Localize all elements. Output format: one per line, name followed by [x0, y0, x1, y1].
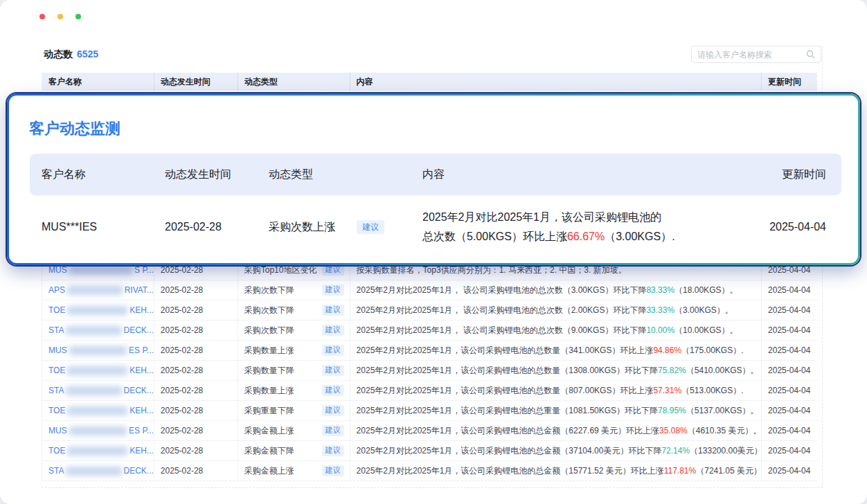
header-content: 内容: [350, 73, 762, 91]
overlay-header-content: 内容: [411, 168, 751, 182]
table-header: 客户名称 动态发生时间 动态类型 内容 更新时间: [42, 73, 817, 91]
customer-name-link[interactable]: TOEKEH...: [48, 446, 154, 456]
redacted-name-segment: [66, 326, 121, 335]
customer-name-link[interactable]: MUSES P...: [48, 345, 154, 355]
overlay-event-type: 采购次数上涨: [269, 220, 335, 235]
customer-name-link[interactable]: APSRIVAT...: [48, 285, 154, 295]
event-content: 2025年2月对比2025年1月， 该公司采购锂电池的总次数（2.00KGS）环…: [350, 300, 762, 320]
percent-value: 83.33%: [646, 285, 674, 295]
percent-value: 117.81%: [664, 466, 696, 476]
suggestion-badge: 建议: [322, 264, 344, 276]
event-date: 2025-02-28: [154, 441, 238, 460]
percent-value: 78.95%: [658, 406, 686, 415]
table-row[interactable]: MUSES P... 2025-02-28 采购数量上涨建议 2025年2月对比…: [42, 341, 817, 361]
table-row[interactable]: STADECK... 2025-02-28 采购金额上涨建议 2025年2月对比…: [42, 461, 817, 481]
table-row[interactable]: TOEKEH... 2025-02-28 采购次数下降建议 2025年2月对比2…: [42, 300, 817, 321]
customer-name-link[interactable]: STADECK...: [48, 325, 154, 335]
update-date: 2025-04-04: [762, 421, 817, 440]
event-date: 2025-02-28: [154, 280, 238, 300]
redacted-name-segment: [69, 426, 127, 435]
app-window: 动态数6525 客户名称 动态发生时间 动态类型 内容 更新时间 MUSS P.…: [0, 0, 867, 504]
search-icon[interactable]: [806, 50, 815, 59]
redacted-name-segment: [69, 346, 127, 355]
redacted-name-segment: [67, 406, 127, 415]
search-input[interactable]: [697, 50, 806, 60]
event-content: 2025年2月对比2025年1月， 该公司采购锂电池的总次数（9.00KGS）环…: [350, 321, 762, 340]
header-update-time: 更新时间: [762, 73, 817, 91]
minimize-window-button[interactable]: [57, 14, 63, 19]
header-event-time: 动态发生时间: [154, 73, 238, 91]
event-date: 2025-02-28: [154, 381, 238, 400]
table-row[interactable]: TOEKEH... 2025-02-28 采购数量下降建议 2025年2月对比2…: [42, 361, 817, 381]
event-content: 2025年2月对比2025年1月，该公司采购锂电池的总金额（15771.52 美…: [350, 461, 762, 480]
event-type: 采购数量上涨: [244, 345, 294, 357]
table-row[interactable]: MUSES P... 2025-02-28 采购金额上涨建议 2025年2月对比…: [42, 421, 817, 441]
table-row[interactable]: STADECK... 2025-02-28 采购数量上涨建议 2025年2月对比…: [42, 381, 817, 401]
customer-name-link[interactable]: TOEKEH...: [48, 366, 154, 375]
percent-value: 35.08%: [659, 426, 688, 435]
event-date: 2025-02-28: [154, 361, 238, 380]
suggestion-badge: 建议: [322, 465, 344, 476]
event-date: 2025-02-28: [154, 300, 238, 320]
event-date: 2025-02-28: [154, 321, 238, 340]
overlay-table-row[interactable]: MUS***IES 2025-02-28 采购次数上涨 建议 2025年2月对比…: [30, 195, 841, 259]
redacted-name-segment: [67, 366, 127, 375]
suggestion-badge: 建议: [322, 385, 344, 396]
overlay-suggestion-badge: 建议: [357, 220, 384, 234]
percent-value: 75.82%: [658, 366, 686, 375]
overlay-header-update-time: 更新时间: [751, 168, 841, 182]
suggestion-badge: 建议: [322, 445, 344, 456]
header-event-type: 动态类型: [238, 73, 350, 91]
suggestion-badge: 建议: [322, 425, 344, 436]
suggestion-badge: 建议: [322, 345, 344, 356]
event-content: 2025年2月对比2025年1月，该公司采购锂电池的总重量（1081.50KGS…: [350, 401, 762, 420]
update-date: 2025-04-04: [762, 321, 817, 340]
overlay-title: 客户动态监测: [29, 118, 120, 139]
dynamics-count: 动态数6525: [44, 48, 98, 61]
update-date: 2025-04-04: [762, 381, 817, 400]
customer-name-link[interactable]: TOEKEH...: [48, 406, 154, 415]
header-customer-name: 客户名称: [42, 73, 154, 91]
suggestion-badge: 建议: [322, 325, 344, 336]
percent-value: 10.00%: [646, 325, 674, 335]
overlay-table-header: 客户名称 动态发生时间 动态类型 内容 更新时间: [30, 154, 841, 195]
percent-value: 94.86%: [653, 345, 681, 355]
event-type: 采购次数下降: [244, 325, 294, 336]
table-row[interactable]: APSRIVAT... 2025-02-28 采购次数下降建议 2025年2月对…: [42, 280, 817, 300]
event-date: 2025-02-28: [154, 401, 238, 420]
update-date: 2025-04-04: [762, 441, 817, 460]
update-date: 2025-04-04: [762, 280, 817, 300]
event-type: 采购Top10地区变化: [244, 264, 317, 276]
suggestion-badge: 建议: [322, 285, 344, 296]
customer-name-link[interactable]: TOEKEH...: [48, 305, 154, 315]
close-window-button[interactable]: [39, 14, 45, 19]
overlay-update-date: 2025-04-04: [751, 221, 841, 233]
update-date: 2025-04-04: [762, 461, 817, 480]
event-date: 2025-02-28: [154, 421, 238, 440]
table-row[interactable]: TOEKEH... 2025-02-28 采购重量下降建议 2025年2月对比2…: [42, 401, 817, 421]
redacted-name-segment: [67, 306, 127, 315]
overlay-header-event-type: 动态类型: [269, 168, 313, 182]
overlay-content-line1: 2025年2月对比2025年1月，该公司采购锂电池的: [422, 208, 751, 227]
table-row[interactable]: STADECK... 2025-02-28 采购次数下降建议 2025年2月对比…: [42, 321, 817, 341]
maximize-window-button[interactable]: [75, 14, 81, 19]
overlay-event-date: 2025-02-28: [153, 221, 257, 233]
customer-name-link[interactable]: MUSS P...: [48, 265, 154, 275]
event-type: 采购次数下降: [244, 285, 294, 296]
customer-name-link[interactable]: STADECK...: [48, 466, 154, 476]
event-type: 采购金额上涨: [244, 425, 294, 437]
update-date: 2025-04-04: [762, 341, 817, 360]
customer-search[interactable]: [691, 46, 821, 63]
redacted-name-segment: [66, 467, 121, 476]
percent-value: 57.31%: [653, 386, 681, 395]
event-type: 采购次数下降: [244, 305, 294, 316]
overlay-content-line2: 总次数（5.00KGS）环比上涨66.67%（3.00KGS）.: [422, 227, 751, 246]
event-content: 2025年2月对比2025年1月，该公司采购锂电池的总金额（37104.00美元…: [350, 441, 762, 460]
suggestion-badge: 建议: [322, 305, 344, 316]
customer-name-link[interactable]: MUSES P...: [48, 426, 154, 435]
table-row[interactable]: TOEKEH... 2025-02-28 采购金额下降建议 2025年2月对比2…: [42, 441, 817, 461]
redacted-name-segment: [66, 386, 121, 395]
customer-name-link[interactable]: STADECK...: [48, 386, 154, 395]
redacted-name-segment: [67, 286, 123, 295]
customer-dynamics-monitor-card: 客户动态监测 客户名称 动态发生时间 动态类型 内容 更新时间 MUS***IE…: [7, 93, 860, 265]
